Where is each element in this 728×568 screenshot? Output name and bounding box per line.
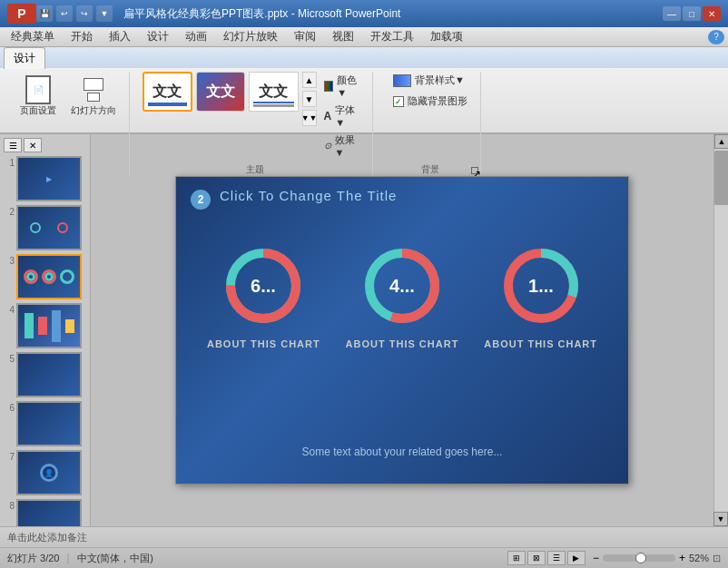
zoom-level: 52% xyxy=(689,553,709,563)
slide-title[interactable]: Click To Change The Title xyxy=(220,188,397,203)
zoom-slider[interactable] xyxy=(603,554,675,562)
menu-animation[interactable]: 动画 xyxy=(178,27,214,46)
status-bar: 单击此处添加备注 幻灯片 3/20 | 中文(简体，中国) ⊞ ⊠ ☰ ▶ − … xyxy=(0,526,728,568)
status-annotation[interactable]: 单击此处添加备注 xyxy=(7,531,721,544)
menu-view[interactable]: 视图 xyxy=(325,27,361,46)
slide-sorter-btn[interactable]: ⊠ xyxy=(527,551,546,565)
menu-slideshow[interactable]: 幻灯片放映 xyxy=(216,27,285,46)
slide-badge: 2 xyxy=(191,190,211,210)
panel-close[interactable]: ✕ xyxy=(24,138,42,152)
hide-shapes-btn[interactable]: ✓ 隐藏背景图形 xyxy=(388,93,473,110)
fit-window-btn[interactable]: ⊡ xyxy=(713,553,721,564)
page-setup-btn[interactable]: 📄 页面设置 xyxy=(15,72,62,121)
charts-row: 6... ABOUT THIS CHART 4... ABOUT THIS CH… xyxy=(176,240,628,349)
donut-chart-3: 1... ABOUT THIS CHART xyxy=(484,240,597,349)
menu-insert[interactable]: 插入 xyxy=(102,27,138,46)
font-btn[interactable]: A 字体▼ xyxy=(320,102,367,130)
slide-num-1: 1 xyxy=(4,158,15,168)
theme-preview-1[interactable]: 文文 xyxy=(143,72,192,112)
slide-thumb-7[interactable]: 7 👤 xyxy=(4,450,86,495)
checkbox-icon: ✓ xyxy=(393,96,404,107)
theme-scroll-down[interactable]: ▼ xyxy=(302,91,317,107)
customize-quick-btn[interactable]: ▼ xyxy=(96,5,113,22)
title-bar: P 💾 ↩ ↪ ▼ 扁平风格化经典彩色PPT图表.pptx - Microsof… xyxy=(0,0,728,27)
slide-thumb-5[interactable]: 5 xyxy=(4,352,86,397)
theme-more[interactable]: ▼▼ xyxy=(302,110,317,126)
app-icon: P xyxy=(7,4,36,24)
scroll-up-btn[interactable]: ▲ xyxy=(714,134,728,149)
svg-text:6...: 6... xyxy=(251,276,276,296)
slide-img-1: ▶ xyxy=(16,156,82,201)
scroll-area[interactable]: ▲ ▼ xyxy=(713,134,728,526)
scroll-thumb[interactable] xyxy=(714,151,728,205)
menu-classic[interactable]: 经典菜单 xyxy=(4,27,62,46)
panel-list-view[interactable]: ☰ xyxy=(4,138,22,152)
zoom-area: − + 52% ⊡ xyxy=(593,552,721,564)
slide-img-7: 👤 xyxy=(16,450,82,495)
tab-design[interactable]: 设计 xyxy=(4,47,45,69)
color-btn[interactable]: 颜色▼ xyxy=(320,72,367,100)
slide-panel: ☰ ✕ 1 ▶ 2 3 xyxy=(0,134,91,526)
slide-num-4: 4 xyxy=(4,305,15,315)
background-group-label: 背景 xyxy=(421,160,439,176)
menu-home[interactable]: 开始 xyxy=(64,27,100,46)
zoom-out-btn[interactable]: − xyxy=(593,552,599,564)
slide-thumb-4[interactable]: 4 xyxy=(4,303,86,348)
theme-scroll-up[interactable]: ▲ xyxy=(302,72,317,88)
slideshow-btn[interactable]: ▶ xyxy=(567,551,585,565)
page-setup-label: 页面设置 xyxy=(20,104,56,117)
reading-view-btn[interactable]: ☰ xyxy=(547,551,566,565)
minimize-btn[interactable]: — xyxy=(663,6,681,21)
maximize-btn[interactable]: □ xyxy=(683,6,701,21)
canvas-area: 2 Click To Change The Title 6... ABOUT T… xyxy=(91,134,713,526)
bg-style-icon xyxy=(393,74,411,87)
donut-svg-3: 1... xyxy=(496,240,586,331)
menu-bar: 经典菜单 开始 插入 设计 动画 幻灯片放映 审阅 视图 开发工具 加载项 ? xyxy=(0,27,728,47)
zoom-in-btn[interactable]: + xyxy=(679,552,685,564)
redo-quick-btn[interactable]: ↪ xyxy=(76,5,93,22)
window-title: 扁平风格化经典彩色PPT图表.pptx - Microsoft PowerPoi… xyxy=(123,6,400,22)
bg-style-label: 背景样式▼ xyxy=(415,73,465,87)
undo-quick-btn[interactable]: ↩ xyxy=(56,5,73,22)
scroll-down-btn[interactable]: ▼ xyxy=(713,512,728,526)
save-quick-btn[interactable]: 💾 xyxy=(36,5,53,22)
slide-orientation-btn[interactable]: 幻灯片方向 xyxy=(65,72,122,121)
theme-preview-2[interactable]: 文文 xyxy=(196,72,245,112)
donut-svg-1: 6... xyxy=(218,240,309,331)
background-expand-btn[interactable]: ↗ xyxy=(471,167,478,174)
slide-thumb-6[interactable]: 6 xyxy=(4,401,86,446)
slide-num-5: 5 xyxy=(4,354,15,364)
normal-view-btn[interactable]: ⊞ xyxy=(507,551,526,565)
quick-access-toolbar: 💾 ↩ ↪ ▼ xyxy=(36,5,113,22)
menu-dev[interactable]: 开发工具 xyxy=(363,27,421,46)
ribbon: 设计 📄 页面设置 幻灯片方向 页面设置 xyxy=(0,47,728,134)
status-bottom: 幻灯片 3/20 | 中文(简体，中国) ⊞ ⊠ ☰ ▶ − + 52% ⊡ xyxy=(0,548,728,568)
slide-thumb-3[interactable]: 3 xyxy=(4,254,86,299)
hide-shapes-label: 隐藏背景图形 xyxy=(408,94,467,108)
slide-num-7: 7 xyxy=(4,452,15,462)
orientation-label: 幻灯片方向 xyxy=(71,104,116,117)
zoom-handle[interactable] xyxy=(635,553,646,563)
svg-text:4...: 4... xyxy=(389,276,415,296)
orientation-icon xyxy=(81,75,106,104)
color-label: 颜色▼ xyxy=(337,73,363,98)
donut-svg-2: 4... xyxy=(357,240,448,331)
menu-design[interactable]: 设计 xyxy=(140,27,176,46)
main-area: ☰ ✕ 1 ▶ 2 3 xyxy=(0,134,728,526)
font-icon: A xyxy=(324,110,332,122)
slide-canvas[interactable]: 2 Click To Change The Title 6... ABOUT T… xyxy=(175,176,629,485)
ribbon-group-background: 背景样式▼ ✓ 隐藏背景图形 背景 ↗ xyxy=(380,72,481,176)
svg-text:1...: 1... xyxy=(528,276,554,296)
theme-preview-3[interactable]: 文文 xyxy=(249,72,298,112)
slide-num-2: 2 xyxy=(4,207,15,217)
slide-thumb-1[interactable]: 1 ▶ xyxy=(4,156,86,201)
chart-subtext: Some text about your related goes here..… xyxy=(176,446,628,458)
help-btn[interactable]: ? xyxy=(708,30,724,44)
menu-addins[interactable]: 加载项 xyxy=(423,27,470,46)
bg-style-btn[interactable]: 背景样式▼ xyxy=(388,72,470,89)
slide-thumb-8[interactable]: 8 xyxy=(4,499,86,526)
slide-thumb-2[interactable]: 2 xyxy=(4,205,86,250)
slide-img-5 xyxy=(16,352,82,397)
menu-review[interactable]: 审阅 xyxy=(287,27,323,46)
close-btn[interactable]: ✕ xyxy=(703,6,721,21)
